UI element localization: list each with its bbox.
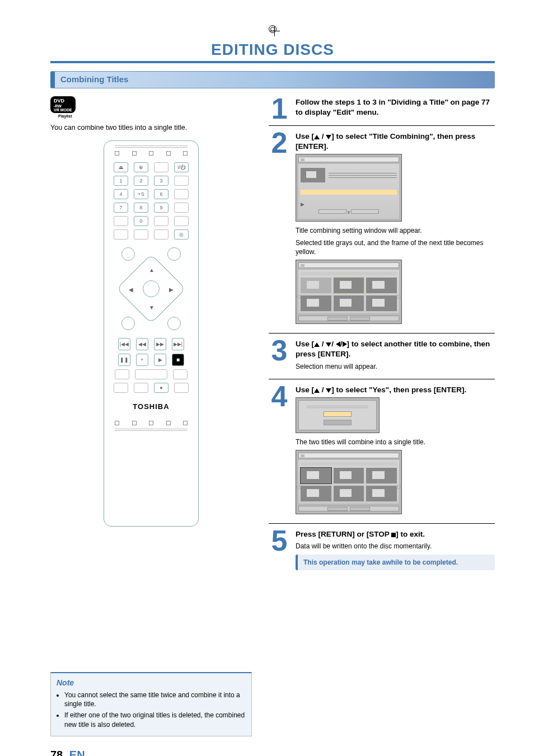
step-5-title-post: ] to exit. [396, 530, 425, 538]
step-3: 3 Use [ / / /] to select another title t… [269, 338, 495, 374]
page-title: EDITING DISCS [50, 39, 495, 60]
step-4-number: 4 [269, 384, 290, 519]
circle-button [121, 247, 135, 261]
blank-button: . [173, 369, 188, 379]
circle-button [167, 247, 181, 261]
remote-indicator [115, 151, 119, 156]
screenshot-bottom-bar [298, 506, 399, 511]
down-arrow-icon [326, 135, 331, 139]
up-arrow-icon [314, 135, 320, 139]
up-arrow-icon [314, 388, 320, 393]
step-3-number: 3 [269, 338, 290, 374]
title-thumb [301, 486, 331, 501]
play-button: ▶ [154, 354, 166, 366]
blank-button: . [114, 383, 128, 393]
remote-indicator [166, 421, 171, 425]
thumb-inner [372, 471, 385, 479]
screenshot-body [298, 270, 399, 313]
down-indicator: ▼ [346, 209, 352, 216]
remote-indicator [149, 151, 153, 156]
right-arrow-icon: ▷ [397, 292, 402, 300]
play-indicator: ▶ [301, 201, 397, 208]
screenshot-thumb [301, 168, 325, 182]
remote-row-num-2: 4 ∘5 6 . [114, 189, 189, 199]
screenshot-header [298, 157, 399, 162]
step-5-number: 5 [269, 528, 290, 570]
line [329, 173, 397, 173]
num-1-button: 1 [114, 176, 128, 186]
footer-tab [351, 209, 379, 214]
menu-item [301, 184, 397, 189]
num-3-button: 3 [154, 176, 168, 186]
footer-tab [318, 209, 346, 214]
remote-row-transport-2: ❚❚ ∘ ▶ ■ [118, 354, 184, 366]
step-2-desc-2: Selected title grays out, and the frame … [296, 238, 495, 256]
step-separator [269, 379, 495, 379]
thumb-inner [340, 299, 352, 307]
down-arrow-icon [326, 342, 331, 347]
title-thumb-next [334, 278, 364, 293]
thumb-inner [372, 299, 385, 307]
blank-button: . [134, 229, 148, 240]
note-item: You cannot select the same title twice a… [64, 691, 246, 708]
right-column: 1 Follow the steps 1 to 3 in "Dividing a… [269, 96, 495, 736]
num-2-button: 2 [134, 176, 148, 186]
rec-dot-button: ∘ [136, 354, 148, 366]
num-0-button: 0 [134, 216, 148, 226]
blank-button: . [115, 369, 129, 379]
blank-button: . [114, 229, 128, 240]
dialog-box [298, 400, 377, 430]
remote-row-num-1: 1 2 3 . [114, 176, 189, 186]
remote-row-misc: . . . ◎ [114, 229, 189, 240]
source-button: ⊕ [134, 162, 148, 172]
step-5-callout: This operation may take awhile to be com… [296, 555, 495, 570]
step-5-title: Press [RETURN] or [STOP ] to exit. [296, 529, 495, 539]
screenshot-lines [329, 171, 397, 180]
step-2-number: 2 [269, 130, 290, 328]
skip-prev-button: |◀◀ [118, 338, 130, 350]
step-1-title: Follow the steps 1 to 3 in "Dividing a T… [296, 97, 495, 118]
title-grid-screenshot-1: ◁ ▷ [296, 260, 402, 324]
sep: / [320, 386, 326, 394]
step-2-title-pre: Use [ [296, 132, 314, 140]
remote-indicator [149, 421, 153, 425]
left-arrow-icon [336, 341, 340, 347]
screenshot-footer: ▼ [301, 209, 397, 216]
screenshot-bottom-bar [298, 316, 399, 321]
title-thumb [366, 278, 397, 293]
remote-row-num-4: . 0 . . [114, 216, 189, 226]
step-3-title: Use [ / / /] to select another title to … [296, 339, 495, 359]
note-item: If either one of the two original titles… [64, 711, 246, 729]
dialog-option-no [324, 420, 352, 425]
skip-next-button: ▶▶| [172, 338, 184, 350]
blank-button-wide: . [135, 369, 167, 379]
bottom-chip [327, 507, 348, 511]
title-thumb-combined [301, 468, 331, 483]
rewind-button: ◀◀ [136, 338, 148, 350]
left-column: DVD -RW VR MODE Playlist You can combine… [50, 96, 252, 736]
right-arrow-icon [343, 341, 347, 347]
title-thumb [366, 468, 397, 483]
num-5-button: ∘5 [134, 189, 148, 199]
remote-indicator [183, 151, 188, 156]
blank-button: . [134, 383, 148, 393]
record-button: ● [154, 383, 168, 393]
registration-mark-top [50, 22, 495, 35]
note-heading: Note [57, 678, 246, 688]
step-4-body: Use [ / ] to select "Yes", then press [E… [296, 384, 495, 519]
note-box: Note You cannot select the same title tw… [50, 672, 252, 736]
crop-mark-icon [269, 25, 277, 33]
step-2-body: Use [ / ] to select "Title Combining", t… [296, 130, 495, 328]
dialog-text [307, 405, 368, 408]
step-4-desc: The two titles will combine into a singl… [296, 438, 495, 447]
remote-bottom-slit [115, 429, 188, 431]
remote-row-bottom-2: . . ● . [114, 383, 189, 393]
step-separator [269, 523, 495, 524]
right-arrow-icon: ▷ [397, 482, 402, 491]
blank-button: . [174, 176, 189, 186]
menu-item [301, 195, 397, 200]
step-2-title: Use [ / ] to select "Title Combining", t… [296, 132, 495, 152]
num-9-button: 9 [154, 203, 168, 213]
step-separator [269, 125, 495, 126]
bottom-chip [350, 317, 370, 321]
